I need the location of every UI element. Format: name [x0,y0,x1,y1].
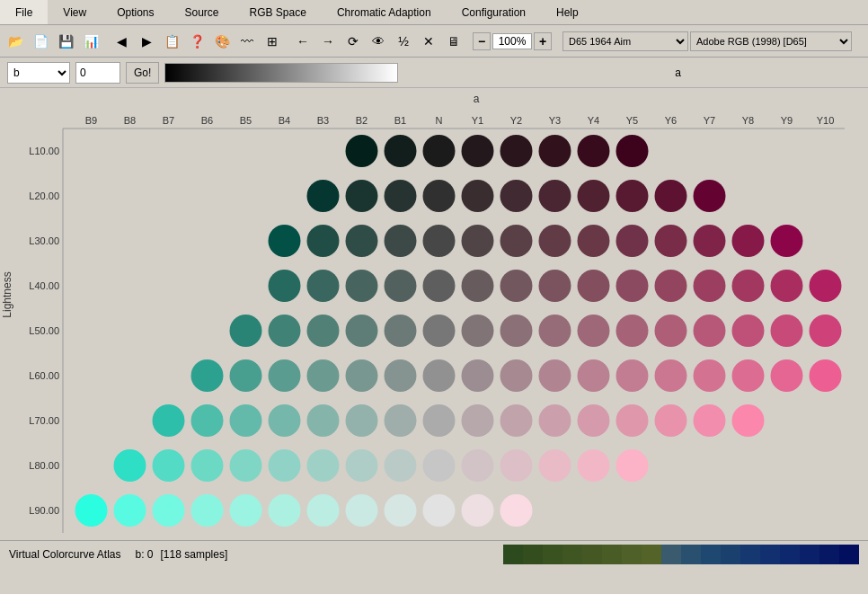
color-icon[interactable]: 🎨 [210,30,234,53]
a-axis-label: a [675,66,861,79]
menu-rgb-space[interactable]: RGB Space [235,0,322,24]
open-file-icon[interactable]: 📂 [4,30,27,53]
export-icon[interactable]: 📊 [79,30,102,53]
bottom-swatch[interactable] [760,545,780,564]
bottom-swatch[interactable] [503,545,523,564]
color-chart-canvas[interactable] [0,88,868,540]
samples-count: [118 samples] [161,548,228,561]
zoom-in-btn[interactable]: + [534,32,552,50]
bottom-swatch[interactable] [661,545,681,564]
illuminant-select[interactable]: D65 1964 Aim [562,31,688,51]
bottom-swatch[interactable] [602,545,622,564]
new-icon[interactable]: 📄 [29,30,52,53]
gradient-bar [164,63,398,83]
zoom-value: 100% [492,33,532,49]
menu-configuration[interactable]: Configuration [447,0,541,24]
bottom-swatch[interactable] [839,545,859,564]
cycle-icon[interactable]: ⟳ [341,30,365,53]
app-name: Virtual Colorcurve Atlas [9,548,121,561]
forward-icon[interactable]: ▶ [135,30,158,53]
grid-icon[interactable]: ⊞ [261,30,284,53]
bottom-swatch[interactable] [740,545,760,564]
bottom-swatch[interactable] [721,545,740,564]
toolbar: 📂 📄 💾 📊 ◀ ▶ 📋 ❓ 🎨 〰 ⊞ ← → ⟳ 👁 ½ ✕ 🖥 − 10… [0,25,868,58]
main-content: Virtual Colorcurve Atlas b: 0 [118 sampl… [0,88,868,567]
bottom-swatch[interactable] [780,545,800,564]
bottom-swatches [503,545,859,564]
zoom-out-btn[interactable]: − [473,32,491,50]
bottom-swatch[interactable] [622,545,642,564]
go-button[interactable]: Go! [126,62,159,84]
bottom-swatch[interactable] [582,545,602,564]
cross-icon[interactable]: ✕ [417,30,440,53]
colorspace-select[interactable]: Adobe RGB (1998) [D65] [690,31,852,51]
back-icon[interactable]: ◀ [110,30,133,53]
save-icon[interactable]: 💾 [54,30,77,53]
menu-chromatic[interactable]: Chromatic Adaption [322,0,447,24]
bottom-swatch[interactable] [681,545,701,564]
arrow-right-icon[interactable]: → [316,30,340,53]
b-value: b: 0 [136,548,154,561]
menu-options[interactable]: Options [102,0,169,24]
display-icon[interactable]: 🖥 [442,30,465,53]
status-bar: Virtual Colorcurve Atlas b: 0 [118 sampl… [0,540,868,567]
bottom-swatch[interactable] [800,545,819,564]
axis-select[interactable]: b a L [7,62,70,84]
help-icon[interactable]: ❓ [185,30,208,53]
page-icon[interactable]: 📋 [160,30,183,53]
axis-value-input[interactable] [75,62,120,84]
menu-source[interactable]: Source [170,0,235,24]
controls-row: b a L Go! a [0,58,868,88]
arrow-left-icon[interactable]: ← [291,30,314,53]
menu-file[interactable]: File [0,0,48,24]
bottom-swatch[interactable] [523,545,543,564]
half-icon[interactable]: ½ [392,30,415,53]
menu-view[interactable]: View [48,0,102,24]
bottom-swatch[interactable] [562,545,582,564]
bottom-swatch[interactable] [819,545,839,564]
eye-icon[interactable]: 👁 [367,30,390,53]
bottom-swatch[interactable] [701,545,721,564]
menu-bar: File View Options Source RGB Space Chrom… [0,0,868,25]
bottom-swatch[interactable] [642,545,661,564]
wave-icon[interactable]: 〰 [235,30,259,53]
menu-help[interactable]: Help [541,0,594,24]
bottom-swatch[interactable] [543,545,562,564]
